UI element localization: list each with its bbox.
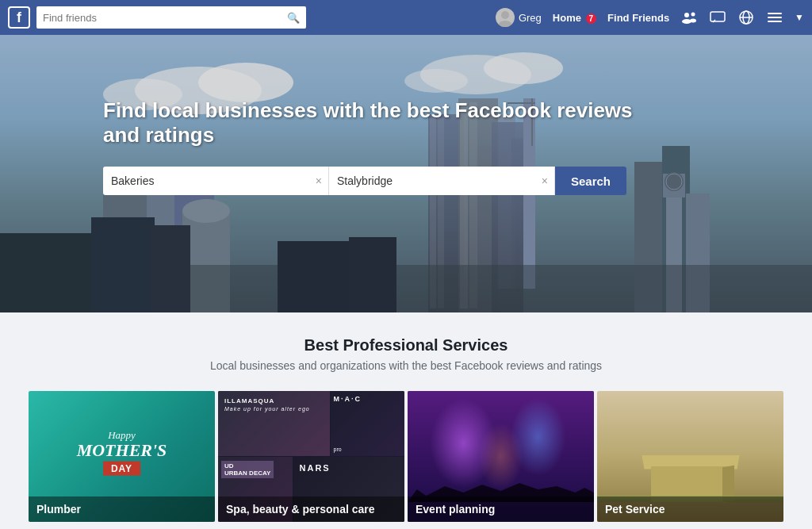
svg-rect-11	[768, 17, 782, 18]
svg-rect-6	[710, 12, 725, 21]
mothers-text: MOTHER'S	[77, 441, 167, 458]
card-spa-label: Spa, beauty & personal care	[218, 496, 404, 522]
navbar: f Find friends 🔍 Greg Home 7 Find Friend…	[0, 0, 812, 35]
nav-dropdown-chevron[interactable]: ▼	[795, 12, 804, 23]
navbar-right: Greg Home 7 Find Friends ▼	[496, 8, 804, 27]
nav-user[interactable]: Greg	[496, 8, 542, 27]
card-plumber[interactable]: Happy MOTHER'S DAY Plumber	[29, 391, 215, 522]
main-content: Best Professional Services Local busines…	[0, 312, 812, 529]
business-input-clear[interactable]: ×	[316, 174, 322, 187]
card-pet[interactable]: Pet Service	[597, 391, 783, 522]
day-text: DAY	[103, 461, 140, 475]
hero-section: Find local businesses with the best Face…	[0, 35, 812, 312]
svg-point-0	[501, 11, 509, 19]
nav-home-link[interactable]: Home 7	[553, 12, 596, 24]
home-badge: 7	[586, 13, 597, 24]
mothers-day-text: Happy MOTHER'S DAY	[77, 428, 167, 475]
hero-search-button[interactable]: Search	[555, 167, 626, 195]
card-event[interactable]: Event planning	[408, 391, 594, 522]
spa-img-1: ILLAMASQUAMake up for your alter ego	[218, 391, 330, 456]
location-input-wrap: ×	[329, 167, 555, 195]
spa-img-2: M·A·C pro	[331, 391, 405, 456]
svg-point-4	[691, 13, 695, 17]
navbar-search-bar[interactable]: Find friends 🔍	[36, 6, 306, 29]
settings-icon[interactable]	[766, 9, 783, 26]
svg-point-2	[684, 13, 689, 17]
business-input[interactable]	[111, 174, 304, 187]
hero-title: Find local businesses with the best Face…	[103, 98, 674, 148]
location-input-clear[interactable]: ×	[542, 174, 548, 187]
location-input[interactable]	[337, 174, 530, 187]
svg-point-5	[690, 19, 696, 23]
svg-rect-10	[768, 13, 782, 14]
card-event-label: Event planning	[408, 496, 594, 522]
nav-username: Greg	[519, 12, 542, 24]
hero-content: Find local businesses with the best Face…	[0, 35, 812, 195]
svg-rect-12	[768, 21, 782, 22]
friends-icon[interactable]	[680, 9, 698, 26]
facebook-logo[interactable]: f	[8, 6, 30, 29]
business-input-wrap: ×	[103, 167, 329, 195]
messages-icon[interactable]	[709, 9, 726, 26]
avatar	[496, 8, 515, 27]
section-title: Best Professional Services	[16, 336, 796, 355]
cards-grid: Happy MOTHER'S DAY Plumber ILLAMASQUAMak…	[17, 391, 795, 522]
hero-search-form: × × Search	[103, 167, 626, 195]
pet-box	[643, 454, 738, 502]
card-spa[interactable]: ILLAMASQUAMake up for your alter ego M·A…	[218, 391, 404, 522]
navbar-search-icon: 🔍	[287, 12, 300, 24]
nav-find-friends-link[interactable]: Find Friends	[607, 12, 669, 24]
svg-point-3	[682, 19, 691, 24]
navbar-search-input[interactable]: Find friends	[43, 12, 287, 24]
card-plumber-label: Plumber	[29, 496, 215, 522]
globe-icon[interactable]	[737, 9, 755, 26]
card-pet-label: Pet Service	[597, 496, 783, 522]
section-subtitle: Local businesses and organizations with …	[16, 359, 796, 372]
svg-point-1	[498, 21, 512, 27]
